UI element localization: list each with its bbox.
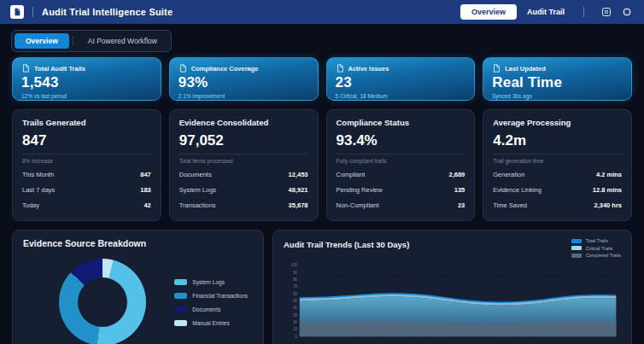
stat-card-compliance-status: Compliance Status 93.4% Fully compliant … (326, 109, 476, 221)
stat-row-item: Generation4.2 mins (493, 166, 622, 182)
legend-label: System Logs (192, 279, 225, 285)
legend-item-critical-trails[interactable]: Critical Trails (571, 246, 621, 251)
kpi-value: 93% (179, 74, 309, 91)
stat-card-average-processing: Average Processing 4.2m Trail generation… (483, 109, 632, 221)
stat-row: Trails Generated 847 8% increase This Mo… (12, 109, 632, 221)
stat-subtext: Fully compliant trails (337, 158, 465, 164)
document-icon (179, 64, 187, 73)
bottom-row: Evidence Source Breakdown System Logs Fi… (12, 230, 632, 344)
row-value: 4.2 mins (596, 171, 622, 178)
legend-item-total-trails[interactable]: Total Trails (571, 238, 621, 243)
stat-row-item: Non-Compliant23 (337, 197, 465, 213)
kpi-card-active-issues: Active Issues 23 5 Critical, 18 Medium (326, 57, 476, 101)
document-icon (21, 64, 30, 73)
document-icon (13, 8, 21, 16)
legend-swatch (571, 254, 582, 258)
svg-text:0: 0 (296, 335, 298, 339)
kpi-card-last-updated: Last Updated Real Time Synced 36s ago (483, 57, 632, 101)
legend-swatch (174, 279, 187, 285)
donut-legend: System Logs Financial Transactions Docum… (174, 279, 248, 326)
stat-value: 97,052 (179, 132, 308, 149)
legend-swatch (174, 306, 187, 312)
panel-title: Evidence Source Breakdown (23, 238, 253, 248)
donut-chart-area: System Logs Financial Transactions Docum… (23, 248, 253, 344)
divider (32, 7, 33, 17)
svg-text:40: 40 (293, 306, 297, 310)
legend-label: Manual Entries (192, 320, 229, 326)
stat-row-item: Documents12,453 (179, 166, 308, 182)
stat-card-trails-generated: Trails Generated 847 8% increase This Mo… (12, 109, 161, 221)
row-label: Non-Compliant (337, 201, 379, 209)
app: Audit Trial Intelligence Suite Overview … (0, 0, 644, 344)
kpi-title: Total Audit Trails (34, 65, 85, 73)
row-label: This Month (22, 171, 54, 178)
row-value: 35,678 (289, 201, 308, 209)
divider (493, 154, 622, 155)
legend-item-documents[interactable]: Documents (174, 306, 248, 312)
legend-label: Documents (192, 306, 220, 312)
kpi-card-compliance-coverage: Compliance Coverage 93% 2.1% Improvement (169, 57, 319, 101)
apps-icon[interactable] (600, 5, 613, 19)
row-label: Last 7 days (22, 186, 55, 194)
legend-item-manual-entries[interactable]: Manual Entries (174, 320, 248, 326)
svg-text:20: 20 (293, 320, 297, 324)
trends-legend: Total Trails Critical Trails Completed T… (571, 238, 621, 258)
legend-swatch (174, 293, 187, 299)
stat-value: 93.4% (337, 132, 465, 149)
row-value: 135 (454, 186, 465, 194)
legend-swatch (571, 246, 582, 250)
kpi-subtext: Synced 36s ago (492, 93, 623, 99)
legend-item-system-logs[interactable]: System Logs (174, 279, 248, 285)
divider (73, 36, 73, 46)
trends-area-chart: 0102030405060708090100 (284, 259, 621, 343)
row-value: 2,340 hrs (594, 201, 622, 209)
donut-hole (78, 277, 127, 327)
kpi-subtext: 2.1% Improvement (179, 93, 309, 99)
top-bar: Audit Trial Intelligence Suite Overview … (0, 0, 644, 24)
row-label: System Logs (179, 186, 216, 194)
stat-row-item: This Month847 (22, 166, 151, 182)
divider (179, 154, 308, 155)
row-label: Evidence Linking (493, 186, 542, 194)
legend-item-financial-transactions[interactable]: Financial Transactions (174, 293, 248, 299)
legend-label: Completed Trails (586, 253, 621, 258)
kpi-row: Total Audit Trails 1,543 12% vs last per… (12, 57, 632, 101)
stat-row-item: System Logs48,921 (179, 182, 308, 197)
legend-swatch (571, 239, 582, 243)
stat-row-item: Pending Review135 (337, 182, 465, 197)
app-title: Audit Trial Intelligence Suite (42, 7, 173, 17)
tab-ai-powered-workflow[interactable]: AI Powered Workflow (77, 33, 168, 49)
kpi-title: Active Issues (348, 65, 389, 73)
stat-row-item: Compliant2,689 (337, 166, 465, 182)
tab-overview[interactable]: Overview (15, 33, 69, 49)
row-value: 2,689 (448, 171, 465, 178)
document-icon (492, 64, 501, 73)
svg-text:80: 80 (293, 277, 297, 282)
stat-subtext: 8% increase (22, 158, 151, 164)
settings-icon[interactable] (620, 5, 634, 19)
nav-overview-button[interactable]: Overview (460, 4, 517, 20)
legend-label: Total Trails (586, 238, 608, 243)
legend-label: Financial Transactions (192, 293, 248, 299)
app-logo (10, 5, 24, 19)
kpi-value: 1,543 (21, 74, 152, 91)
legend-item-completed-trails[interactable]: Completed Trails (571, 253, 621, 258)
svg-text:90: 90 (293, 271, 297, 275)
document-icon (336, 64, 344, 73)
stat-row-item: Time Saved2,340 hrs (493, 197, 622, 213)
row-label: Documents (179, 171, 212, 178)
main-content: Total Audit Trails 1,543 12% vs last per… (0, 52, 644, 344)
nav-audit-trail-link[interactable]: Audit Trail (527, 8, 565, 16)
row-value: 23 (458, 201, 465, 209)
row-value: 12.8 mins (593, 186, 622, 194)
row-label: Generation (493, 171, 524, 178)
panel-title: Audit Trail Trends (Last 30 Days) (284, 240, 409, 249)
stat-title: Evidence Consolidated (179, 118, 308, 127)
kpi-card-total-audit-trails: Total Audit Trails 1,543 12% vs last per… (12, 57, 161, 101)
row-value: 12,453 (289, 171, 308, 178)
divider (337, 154, 465, 155)
stat-value: 847 (22, 132, 151, 149)
evidence-source-breakdown-panel: Evidence Source Breakdown System Logs Fi… (12, 230, 264, 344)
audit-trail-trends-panel: Audit Trail Trends (Last 30 Days) Total … (272, 230, 632, 344)
kpi-value: Real Time (492, 74, 623, 91)
